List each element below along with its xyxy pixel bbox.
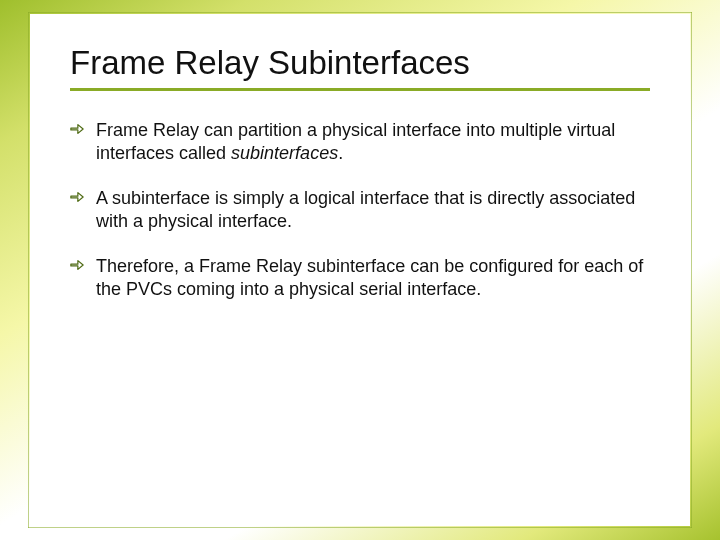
content-area: Frame Relay Subinterfaces Frame Relay ca…	[70, 44, 650, 500]
bullet-post: .	[338, 143, 343, 163]
bullet-text: A subinterface is simply a logical inter…	[96, 188, 635, 231]
arrow-bullet-icon	[70, 190, 86, 206]
bullet-text: Frame Relay can partition a physical int…	[96, 120, 615, 163]
frame-line-left	[28, 12, 29, 528]
frame-line-bottom	[28, 527, 692, 528]
frame-line-right	[691, 12, 692, 528]
list-item: Therefore, a Frame Relay subinterface ca…	[70, 255, 650, 301]
bullet-pre: Therefore, a Frame Relay subinterface ca…	[96, 256, 643, 299]
bullet-list: Frame Relay can partition a physical int…	[70, 119, 650, 301]
frame-line-top	[28, 12, 692, 13]
slide: Frame Relay Subinterfaces Frame Relay ca…	[0, 0, 720, 540]
bullet-pre: Frame Relay can partition a physical int…	[96, 120, 615, 163]
bullet-em: subinterfaces	[231, 143, 338, 163]
list-item: A subinterface is simply a logical inter…	[70, 187, 650, 233]
arrow-bullet-icon	[70, 122, 86, 138]
bullet-text: Therefore, a Frame Relay subinterface ca…	[96, 256, 643, 299]
arrow-bullet-icon	[70, 258, 86, 274]
list-item: Frame Relay can partition a physical int…	[70, 119, 650, 165]
title-underline	[70, 88, 650, 91]
slide-title: Frame Relay Subinterfaces	[70, 44, 650, 82]
bullet-pre: A subinterface is simply a logical inter…	[96, 188, 635, 231]
